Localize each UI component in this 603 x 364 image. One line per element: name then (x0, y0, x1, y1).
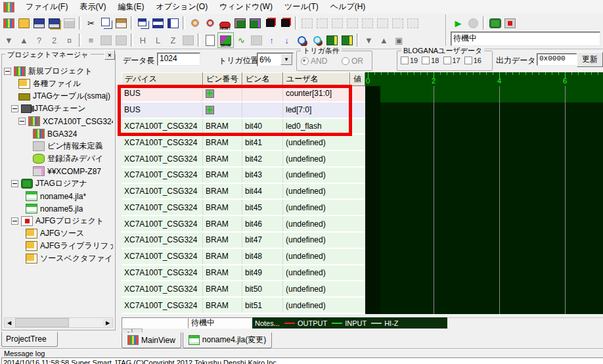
move-up-icon[interactable]: ↑ (264, 33, 279, 47)
scan-chain-icon[interactable] (233, 16, 248, 30)
connect-icon[interactable] (187, 16, 202, 30)
timeline-ruler[interactable]: 0246 (365, 72, 603, 86)
column-header-0[interactable]: デバイス (122, 72, 203, 86)
board-route-icon[interactable] (248, 16, 263, 30)
tree-item-2[interactable]: JTAGケーブル(ssmaj) (4, 90, 113, 102)
checkbox-19[interactable]: 19 (401, 57, 418, 64)
sidebar-hscrollbar[interactable]: ◀ ▶ (4, 317, 113, 328)
tree-item-13[interactable]: AJFGソース (4, 227, 113, 240)
save-copy-icon[interactable] (47, 16, 62, 30)
tree-item-0[interactable]: 新規プロジェクト (4, 65, 113, 78)
scroll-left-button[interactable]: ◀ (5, 319, 14, 327)
table-row[interactable]: XC7A100T_CSG324BRAMbit47(undefined) (122, 233, 365, 249)
paste-icon[interactable] (114, 16, 129, 30)
chevron-down-icon[interactable]: ▼ (280, 54, 292, 65)
edge-prev-icon[interactable] (340, 33, 355, 47)
add-device-icon[interactable] (263, 16, 278, 30)
table-row[interactable]: XC7A100T_CSG324BRAMbit42(undefined) (122, 151, 365, 168)
table-row[interactable]: XC7A100T_CSG324BRAMbit49(undefined) (122, 265, 365, 282)
tree-item-14[interactable]: AJFGライブラリファイ (4, 240, 113, 252)
tree-expander-icon[interactable] (11, 180, 18, 187)
tree-item-15[interactable]: ソースベクタファイル (4, 252, 113, 265)
table-row[interactable]: XC7A100T_CSG324BRAMbit48(undefined) (122, 249, 365, 265)
zoom-out-icon[interactable] (309, 33, 324, 47)
tree-expander-icon[interactable] (11, 217, 18, 225)
table-row[interactable]: XC7A100T_CSG324BRAMbit46(undefined) (122, 216, 365, 233)
tree-item-6[interactable]: ピン情報未定義 (4, 140, 113, 152)
save-icon[interactable] (32, 16, 47, 30)
data-length-input[interactable]: 1024 (157, 53, 200, 66)
checkbox-16[interactable]: 16 (464, 57, 481, 64)
power-on-icon[interactable] (487, 16, 502, 30)
tree-expander-icon[interactable] (4, 68, 11, 75)
move-down-icon[interactable]: ↓ (279, 33, 294, 47)
view-tab-0[interactable]: MainView (122, 332, 181, 348)
power-off-icon[interactable] (502, 16, 518, 30)
menu-item-tool[interactable]: ツール(T) (279, 0, 324, 14)
reset-icon[interactable]: RESET (217, 16, 233, 30)
run-icon[interactable]: ▶ (451, 16, 466, 30)
radio-option-and[interactable]: AND (301, 57, 327, 66)
edge-next-icon[interactable] (324, 33, 340, 47)
scroll-right-button[interactable]: ▶ (103, 319, 112, 327)
expand-bus-icon[interactable] (206, 106, 214, 114)
panel-splitter[interactable] (116, 49, 122, 330)
menu-item-window[interactable]: ウィンドウ(W) (213, 0, 279, 14)
tree-item-1[interactable]: 各種ファイル (4, 78, 113, 90)
tile-vertical-icon[interactable] (166, 16, 181, 30)
tree-item-11[interactable]: noname5.jla (4, 202, 113, 215)
tree-item-3[interactable]: JTAGチェーン (4, 102, 113, 115)
zoom-in-icon[interactable] (294, 33, 309, 47)
tree-item-4[interactable]: XC7A100T_CSG324 (4, 115, 113, 127)
disconnect-icon[interactable] (202, 16, 217, 30)
project-tree-tab[interactable]: ProjectTree (1, 332, 58, 347)
column-header-1[interactable]: ピン番号 (203, 72, 242, 86)
tree-expander-icon[interactable] (11, 105, 18, 112)
tree-item-10[interactable]: noname4.jla* (4, 190, 113, 202)
radio-option-or[interactable]: OR (342, 57, 363, 66)
tree-item-12[interactable]: AJFGプロジェクト (4, 215, 113, 227)
add-device-list-icon[interactable] (278, 16, 293, 30)
table-row[interactable]: XC7A100T_CSG324BRAMbit43(undefined) (122, 168, 365, 184)
table-row[interactable]: BUSled[7:0] (122, 102, 365, 119)
table-row[interactable]: XC7A100T_CSG324BRAMbit41(undefined) (122, 135, 365, 151)
scroll-thumb[interactable] (15, 318, 69, 327)
table-row[interactable]: BUScounter[31:0] (122, 86, 365, 102)
tree-item-5[interactable]: BGA324 (4, 127, 113, 140)
view-tab-1[interactable]: noname4.jla(変更) (183, 332, 272, 348)
expand-bus-icon[interactable] (206, 89, 214, 98)
update-button[interactable]: 更新 (577, 52, 603, 67)
new-waveform-icon[interactable] (202, 33, 217, 47)
tree-expander-icon[interactable] (18, 118, 26, 125)
table-row[interactable]: XC7A100T_CSG324BRAMbit44(undefined) (122, 184, 365, 200)
tree-item-7[interactable]: 登録済みデバイ (4, 152, 113, 165)
run-status-field[interactable]: 待機中 (451, 32, 600, 46)
new-project-icon[interactable] (1, 16, 16, 30)
menu-item-view[interactable]: 表示(V) (74, 0, 112, 14)
open-icon[interactable] (16, 16, 32, 30)
table-row[interactable]: XC7A100T_CSG324BRAMbit50(undefined) (122, 281, 365, 298)
waveform-area[interactable] (380, 86, 603, 314)
tree-item-8[interactable]: ¥¥XCOMP-Z87 (4, 165, 113, 177)
column-header-3[interactable]: ユーザ名 (283, 72, 350, 86)
close-panel-button[interactable]: × (104, 50, 115, 60)
checkbox-17[interactable]: 17 (443, 57, 460, 64)
checkbox-18[interactable]: 18 (422, 57, 439, 64)
tile-horizontal-icon[interactable] (150, 16, 166, 30)
copy-icon[interactable] (99, 16, 114, 30)
table-row[interactable]: XC7A100T_CSG324BRAMbit51(undefined) (122, 298, 365, 314)
notes-button[interactable]: Notes... (255, 319, 280, 327)
tree-item-9[interactable]: JTAGロジアナ (4, 177, 113, 190)
cut-icon[interactable]: ✂ (83, 16, 99, 30)
output-data-input[interactable]: 0x0000 (537, 53, 579, 66)
menu-item-edit[interactable]: 編集(E) (112, 0, 150, 14)
column-header-2[interactable]: ピン名 (242, 72, 283, 86)
trigger-position-select[interactable]: 6% ▼ (257, 53, 294, 66)
menu-item-help[interactable]: ヘルプ(H) (324, 0, 372, 14)
bram-view-icon[interactable]: BRAM (217, 32, 234, 48)
cascade-windows-icon[interactable] (135, 16, 150, 30)
signal-config-icon[interactable]: ∿ (234, 33, 249, 47)
menu-item-option[interactable]: オプション(O) (150, 0, 213, 14)
table-row[interactable]: XC7A100T_CSG324BRAMbit40led0_flash (122, 119, 365, 135)
column-header-4[interactable]: 値 (350, 72, 365, 86)
